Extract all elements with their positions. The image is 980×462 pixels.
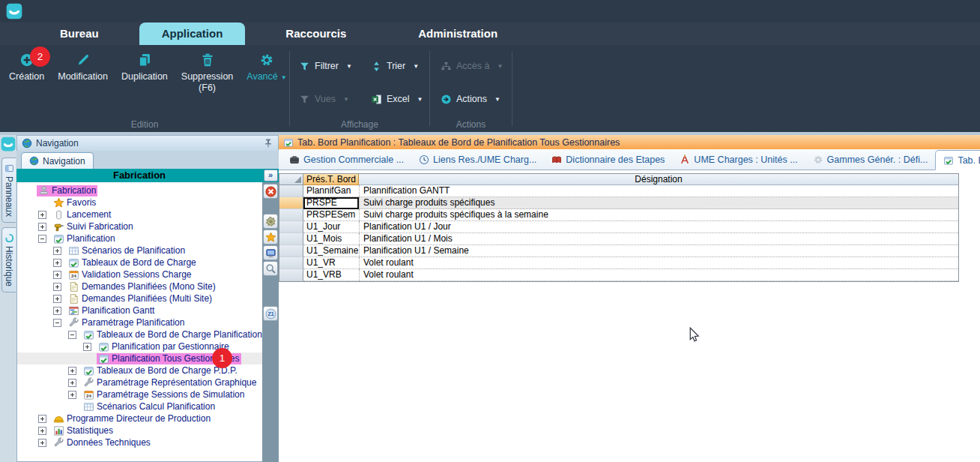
expand-toggle[interactable] [68, 367, 76, 375]
ribbon-tab-application[interactable]: Application [139, 22, 246, 45]
tree-item-param-trage-sessions-de-simulation[interactable]: 24Paramétrage Sessions de Simulation [17, 388, 262, 400]
expand-toggle[interactable] [83, 343, 91, 351]
expand-panel-button[interactable]: » [264, 170, 278, 182]
duplication-button[interactable]: Duplication [118, 50, 171, 86]
cell-d-signation-row-3[interactable]: Planification U1 / Jour [359, 221, 958, 233]
expand-toggle[interactable] [53, 295, 61, 303]
excel-button[interactable]: Excel▼ [371, 88, 431, 110]
tree-item-sc-narios-de-planification[interactable]: Scénarios de Planification [17, 244, 262, 256]
collapse-toggle[interactable] [68, 331, 76, 339]
ribbon-tab-administration[interactable]: Administration [399, 22, 517, 45]
vues-button[interactable]: Vues▼ [299, 88, 371, 110]
row-selector[interactable] [279, 233, 303, 245]
expand-toggle[interactable] [68, 391, 76, 399]
expand-toggle[interactable] [38, 415, 46, 423]
tree-item-statistiques[interactable]: Statistiques [17, 424, 262, 436]
tree-item-donn-es-techniques[interactable]: Données Techniques [17, 436, 262, 448]
acc-s-button[interactable]: Accès à▼ [441, 56, 515, 76]
tree-item-lancement[interactable]: Lancement [17, 208, 262, 220]
expand-toggle[interactable] [53, 247, 61, 255]
document-tab-gammes-g-n-r-d-fi[interactable]: Gammes Génér. : Défi... [805, 150, 936, 170]
tree-item-favoris[interactable]: Favoris [17, 196, 262, 208]
cell-d-signation-row-7[interactable]: Volet roulant [359, 269, 958, 281]
tree-item-planification[interactable]: Planification [17, 232, 262, 244]
magnifier-button[interactable] [263, 261, 278, 276]
z1-button[interactable]: Z1 [263, 306, 278, 321]
row-selector[interactable] [279, 209, 303, 221]
tab-navigation[interactable]: Navigation [21, 152, 94, 169]
tree-item-param-trage-planification[interactable]: Paramétrage Planification [17, 316, 262, 328]
filtrer-button[interactable]: Filtrer▼ [299, 56, 371, 76]
expand-toggle[interactable] [53, 283, 61, 291]
cell-d-signation-row-1[interactable]: Suivi charge produits spécifiques [359, 197, 958, 209]
row-selector[interactable] [279, 185, 303, 197]
dock-menu-button[interactable] [1, 136, 16, 152]
content-area: PanneauxHistorique Navigation Navigation… [0, 132, 980, 462]
row-selector[interactable] [279, 257, 303, 269]
sheriff-badge-button[interactable] [263, 214, 278, 229]
app-menu-button[interactable] [6, 3, 22, 20]
cell-pr-s-t-bord-row-7[interactable]: U1_VRB [303, 269, 359, 281]
document-tab-ume-charges-unit-s[interactable]: UME Charges : Unités ... [672, 150, 805, 170]
row-selector[interactable] [279, 197, 303, 209]
dock-tab-historique[interactable]: Historique [1, 227, 16, 292]
cell-pr-s-t-bord-row-4[interactable]: U1_Mois [303, 233, 359, 245]
row-selector[interactable] [279, 269, 303, 281]
collapse-toggle[interactable] [38, 235, 46, 243]
expand-toggle[interactable] [38, 223, 46, 231]
suppression-button[interactable]: Suppression(F6) [178, 50, 237, 97]
cr-ation-button[interactable]: 2Création [6, 50, 47, 86]
tree-item-fabrication[interactable]: Fabrication [17, 184, 262, 196]
cell-d-signation-row-6[interactable]: Volet roulant [359, 257, 958, 269]
document-tab-liens-res-ume-charg[interactable]: Liens Res./UME Charg... [411, 150, 544, 170]
column-header-pres-t-bord[interactable]: Prés.T. Bord [303, 174, 359, 185]
tree-item-tableaux-de-bord-de-charge[interactable]: Tableaux de Bord de Charge [17, 256, 262, 268]
tree-item-suivi-fabrication[interactable]: Suivi Fabrication [17, 220, 262, 232]
expand-toggle[interactable] [53, 307, 61, 315]
star-button[interactable] [263, 230, 278, 244]
cell-d-signation-row-4[interactable]: Planification U1 / Mois [359, 233, 958, 245]
pin-icon[interactable] [263, 138, 273, 148]
cell-pr-s-t-bord-row-5[interactable]: U1_Semaine [303, 245, 359, 257]
select-all-corner[interactable] [279, 174, 303, 185]
tree-item-demandes-planifi-es-multi-site[interactable]: Demandes Planifiées (Multi Site) [17, 292, 262, 304]
document-tab-dictionnaire-des-etapes[interactable]: Dictionnaire des Etapes [544, 150, 672, 170]
row-selector[interactable] [279, 221, 303, 233]
cell-pr-s-t-bord-row-2[interactable]: PRSPESem [303, 209, 359, 221]
dock-tab-panneaux[interactable]: Panneaux [1, 158, 16, 223]
actions-button[interactable]: Actions▼ [441, 88, 515, 110]
expand-toggle[interactable] [68, 379, 76, 387]
document-tab-gestion-commerciale[interactable]: Gestion Commerciale ... [282, 150, 411, 170]
expand-toggle[interactable] [53, 259, 61, 267]
modification-button[interactable]: Modification [55, 50, 111, 86]
cell-d-signation-row-2[interactable]: Suivi charge produits spécifiques à la s… [359, 209, 958, 221]
ribbon-tab-raccourcis[interactable]: Raccourcis [266, 22, 366, 45]
tree-item-sc-narios-calcul-planification[interactable]: Scénarios Calcul Planification [17, 400, 262, 412]
tree-item-param-trage-repr-sentation-graphique[interactable]: Paramétrage Représentation Graphique [17, 376, 262, 388]
tree-item-planification-tous-gestionnaires[interactable]: Planification Tous Gestionnaires1 [17, 352, 262, 364]
ribbon-tab-bureau[interactable]: Bureau [40, 22, 118, 45]
cell-pr-s-t-bord-row-1[interactable]: PRSPE [303, 197, 359, 209]
tree-item-validation-sessions-charge[interactable]: 24Validation Sessions Charge [17, 268, 262, 280]
tree-item-programme-directeur-de-production[interactable]: Programme Directeur de Production [17, 412, 262, 424]
trier-button[interactable]: Trier▼ [371, 56, 431, 76]
expand-toggle[interactable] [38, 427, 46, 435]
tree-item-planification-gantt[interactable]: Planification Gantt [17, 304, 262, 316]
expand-toggle[interactable] [38, 439, 46, 447]
cell-d-signation-row-0[interactable]: Plannification GANTT [359, 185, 958, 197]
collapse-toggle[interactable] [53, 319, 61, 327]
cell-pr-s-t-bord-row-0[interactable]: PlannifGan [303, 185, 359, 197]
tree-item-tableaux-de-bord-de-charge-planification[interactable]: Tableaux de Bord de Charge Planification [17, 328, 262, 340]
close-x-button[interactable] [263, 184, 278, 199]
column-header-designation[interactable]: Désignation [359, 174, 958, 185]
expand-toggle[interactable] [38, 211, 46, 219]
avanc-button[interactable]: Avancé▼ [244, 50, 289, 86]
cell-d-signation-row-5[interactable]: Planification U1 / Semaine [359, 245, 958, 257]
row-selector[interactable] [279, 245, 303, 257]
tree-item-demandes-planifi-es-mono-site[interactable]: Demandes Planifiées (Mono Site) [17, 280, 262, 292]
screen-button[interactable] [263, 245, 278, 260]
cell-pr-s-t-bord-row-3[interactable]: U1_Jour [303, 221, 359, 233]
cell-pr-s-t-bord-row-6[interactable]: U1_VR [303, 257, 359, 269]
expand-toggle[interactable] [53, 271, 61, 279]
document-tab-tab-bord-planificatio[interactable]: Tab. Bord Planificatio... [935, 150, 980, 170]
